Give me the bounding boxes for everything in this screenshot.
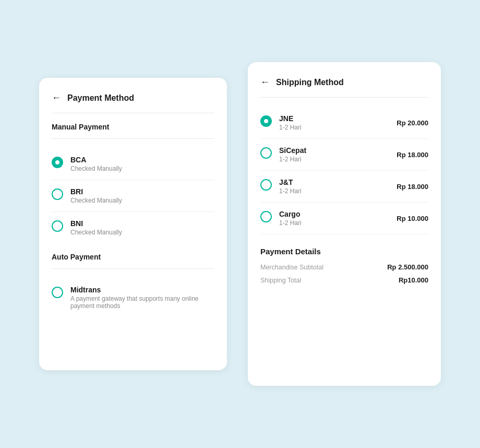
manual-divider — [52, 138, 214, 139]
payment-item-midtrans-name: Midtrans — [70, 286, 214, 294]
detail-label-subtotal: Merchandise Subtotal — [260, 264, 323, 271]
payment-item-bni-name: BNI — [70, 219, 214, 228]
shipping-item-jne-content: JNE 1-2 Hari — [279, 114, 389, 131]
payment-item-bca-text: BCA Checked Manually — [70, 156, 214, 172]
shipping-item-jt-content: J&T 1-2 Hari — [279, 178, 389, 195]
payment-item-bni[interactable]: BNI Checked Manually — [52, 212, 214, 243]
shipping-item-sicepat-sub: 1-2 Hari — [279, 156, 389, 163]
shipping-item-jne-sub: 1-2 Hari — [279, 124, 389, 131]
shipping-item-cargo-price: Rp 10.000 — [397, 215, 428, 222]
radio-midtrans[interactable] — [52, 287, 63, 298]
payment-item-bri-sub: Checked Manually — [70, 197, 214, 204]
detail-value-shipping: Rp10.000 — [399, 276, 428, 284]
shipping-header-divider — [260, 97, 428, 98]
radio-jne[interactable] — [260, 115, 272, 127]
shipping-item-jne[interactable]: JNE 1-2 Hari Rp 20.000 — [260, 107, 428, 139]
radio-sicepat[interactable] — [260, 147, 272, 159]
shipping-item-cargo-name: Cargo — [279, 210, 389, 218]
payment-item-bca-sub: Checked Manually — [70, 165, 214, 172]
payment-item-midtrans-text: Midtrans A payment gateway that supports… — [70, 286, 214, 310]
shipping-item-jt-name: J&T — [279, 178, 389, 186]
radio-bni[interactable] — [52, 220, 63, 232]
payment-item-bri[interactable]: BRI Checked Manually — [52, 180, 214, 212]
shipping-item-sicepat-price: Rp 18.000 — [397, 151, 428, 159]
shipping-item-jne-price: Rp 20.000 — [397, 119, 428, 127]
shipping-item-sicepat-content: SiCepat 1-2 Hari — [279, 146, 389, 163]
auto-payment-label: Auto Payment — [52, 253, 214, 261]
payment-item-bni-sub: Checked Manually — [70, 229, 214, 236]
manual-payment-label: Manual Payment — [52, 123, 214, 131]
detail-row-shipping: Shipping Total Rp10.000 — [260, 276, 428, 284]
payment-item-midtrans[interactable]: Midtrans A payment gateway that supports… — [52, 278, 214, 317]
detail-value-subtotal: Rp 2.500.000 — [387, 263, 428, 271]
radio-bri[interactable] — [52, 188, 63, 200]
shipping-item-cargo-content: Cargo 1-2 Hari — [279, 210, 389, 227]
shipping-item-cargo-sub: 1-2 Hari — [279, 219, 389, 227]
payment-method-card: ← Payment Method Manual Payment BCA Chec… — [39, 78, 227, 370]
payment-method-header: ← Payment Method — [52, 92, 214, 103]
shipping-item-cargo[interactable]: Cargo 1-2 Hari Rp 10.000 — [260, 203, 428, 234]
payment-item-midtrans-sub: A payment gateway that supports many onl… — [70, 295, 214, 310]
shipping-method-title: Shipping Method — [276, 78, 344, 87]
shipping-item-sicepat-name: SiCepat — [279, 146, 389, 155]
shipping-item-jne-name: JNE — [279, 114, 389, 123]
radio-jt[interactable] — [260, 179, 272, 191]
header-divider — [52, 113, 214, 113]
payment-item-bri-name: BRI — [70, 187, 214, 196]
shipping-item-sicepat[interactable]: SiCepat 1-2 Hari Rp 18.000 — [260, 139, 428, 171]
payment-item-bni-text: BNI Checked Manually — [70, 219, 214, 236]
detail-label-shipping: Shipping Total — [260, 277, 301, 284]
shipping-item-jt-sub: 1-2 Hari — [279, 187, 389, 195]
payment-item-bri-text: BRI Checked Manually — [70, 187, 214, 204]
detail-row-subtotal: Merchandise Subtotal Rp 2.500.000 — [260, 263, 428, 271]
payment-method-title: Payment Method — [67, 93, 134, 103]
shipping-item-jt[interactable]: J&T 1-2 Hari Rp 18.000 — [260, 171, 428, 203]
radio-bca[interactable] — [52, 157, 63, 168]
payment-details-title: Payment Details — [260, 247, 428, 256]
payment-item-bca[interactable]: BCA Checked Manually — [52, 148, 214, 180]
shipping-method-card: ← Shipping Method JNE 1-2 Hari Rp 20.000… — [248, 62, 441, 386]
shipping-item-jt-price: Rp 18.000 — [397, 183, 428, 191]
shipping-method-header: ← Shipping Method — [260, 77, 428, 88]
back-arrow-icon[interactable]: ← — [52, 92, 61, 103]
payment-details-section: Payment Details Merchandise Subtotal Rp … — [260, 245, 428, 284]
radio-cargo[interactable] — [260, 211, 272, 222]
shipping-back-arrow-icon[interactable]: ← — [260, 77, 270, 88]
auto-divider — [52, 268, 214, 269]
payment-item-bca-name: BCA — [70, 156, 214, 164]
